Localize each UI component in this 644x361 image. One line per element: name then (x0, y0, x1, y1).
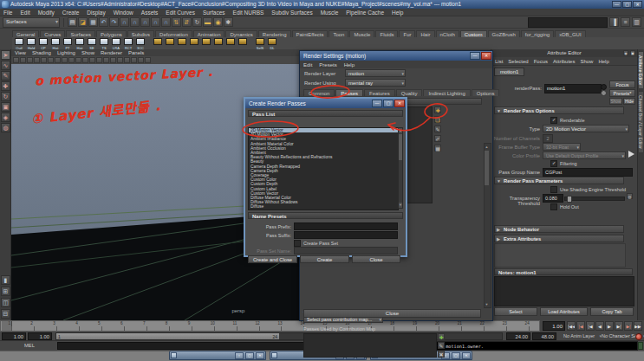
shelf-button[interactable] (237, 38, 248, 49)
texture-map-icon[interactable]: ▧ (627, 193, 633, 199)
time-tick[interactable]: 7 (146, 321, 147, 331)
viewport-toolbar-icon[interactable] (138, 57, 144, 63)
time-tick[interactable]: 18 (394, 321, 394, 331)
shelf-button[interactable]: Hist (75, 38, 85, 49)
focus-button[interactable]: Focus (609, 81, 635, 88)
popout-panel-icon[interactable]: ▣ (630, 50, 635, 55)
command-line-mode-label[interactable]: MEL (24, 343, 35, 348)
render-settings-menu-item[interactable]: Edit (303, 62, 312, 68)
render-settings-tab[interactable]: Options (472, 89, 500, 96)
edit-contribution-icon[interactable]: ✎ (438, 342, 445, 349)
playback-end-field[interactable]: 24.00 (506, 332, 530, 340)
shelf-button[interactable] (201, 38, 211, 49)
attribute-editor-menu-item[interactable]: Attributes (553, 59, 575, 64)
ipr-render-icon[interactable]: ◉ (213, 17, 223, 27)
undo-icon[interactable]: ↶ (99, 17, 108, 27)
select-button[interactable]: Select (494, 307, 537, 316)
time-tick[interactable]: 9 (192, 321, 192, 331)
viewport-toolbar-icon[interactable] (96, 57, 102, 63)
shelf-tab[interactable]: Rendering (258, 30, 291, 37)
anim-layer-dropdown[interactable]: No Anim Layer (562, 332, 602, 340)
shelf-button[interactable]: TS (99, 38, 109, 49)
load-attributes-button[interactable]: Load Attributes (540, 307, 588, 316)
playback-range-handle[interactable]: 1 24 (56, 333, 279, 339)
viewport-toolbar-icon[interactable] (13, 57, 19, 63)
notes-textarea[interactable] (494, 276, 634, 306)
hide-button[interactable]: Hide (623, 98, 635, 105)
maximize-button[interactable]: ▢ (622, 1, 632, 8)
time-tick[interactable]: 21 (461, 321, 462, 331)
minimized-maximize-button[interactable]: ▢ (245, 352, 254, 359)
snap-point-icon[interactable]: ∩ (140, 17, 150, 27)
minimized-restore-button[interactable]: ▫ (235, 352, 244, 359)
minimize-button[interactable]: — (612, 1, 621, 8)
menu-item[interactable]: Display (87, 10, 105, 16)
render-settings-minimize-button[interactable]: — (470, 52, 480, 60)
shelf-tab[interactable]: Fluids (375, 30, 398, 37)
window-titlebar[interactable]: Autodesk Maya 2013 x64: C:#Users#Adminis… (0, 0, 644, 9)
shelf-tab[interactable]: nCloth (436, 30, 459, 37)
auto-keyframe-toggle-icon[interactable] (635, 333, 642, 340)
shelf-tab[interactable]: Dynamics (225, 30, 257, 37)
shelf-button[interactable] (177, 38, 187, 49)
scale-tool[interactable]: ▣ (1, 102, 10, 112)
snap-grid-icon[interactable]: ∩ (120, 17, 129, 27)
time-tick[interactable]: 10 (214, 321, 215, 331)
shelf-button[interactable]: DL (267, 38, 277, 49)
renderpass-name-input[interactable]: motion1 (544, 84, 602, 93)
shelf-button[interactable]: PT (62, 38, 73, 49)
menu-item[interactable]: Window (114, 10, 133, 16)
render-settings-close-button[interactable]: ✕ (481, 52, 491, 60)
menu-item[interactable]: Subdiv Surfaces (271, 10, 312, 16)
shelf-tab[interactable]: xDB_GUI (555, 30, 585, 37)
pass-list-header[interactable]: Pass List (248, 110, 403, 117)
shelf-button[interactable]: CP (38, 38, 49, 49)
viewport-toolbar-icon[interactable] (145, 57, 151, 63)
time-tick[interactable]: 23 (506, 321, 507, 331)
snap-curve-icon[interactable]: ∩ (130, 17, 140, 27)
shelf-tab[interactable]: Surfaces (66, 30, 95, 37)
create-button[interactable]: Create (300, 255, 349, 263)
dialog-minimize-button[interactable]: — (372, 100, 382, 107)
copy-tab-button[interactable]: Copy Tab (590, 307, 634, 316)
menu-item[interactable]: Assets (141, 10, 159, 16)
save-scene-icon[interactable]: ▦ (88, 17, 98, 27)
outliner-persp-layout-button[interactable]: ⊟ (1, 309, 10, 319)
viewport-menu-item[interactable]: Show (81, 49, 94, 56)
dock-tab[interactable]: Channel Box / Layer Editor (638, 91, 644, 153)
soft-mod-tool[interactable]: ◍ (1, 123, 10, 132)
single-pane-layout-button[interactable]: ▮ (1, 275, 10, 285)
time-tick[interactable]: 20 (439, 321, 439, 331)
shelf-button[interactable] (153, 38, 163, 49)
shelf-button[interactable]: RCT (123, 38, 133, 49)
snap-center-icon[interactable]: ∩ (161, 17, 171, 27)
two-pane-layout-button[interactable]: ◫ (1, 298, 10, 307)
shelf-button[interactable] (189, 38, 199, 49)
pin-panel-icon[interactable]: ◉ (623, 50, 628, 55)
shelf-button[interactable]: Hold (26, 38, 36, 49)
viewport-toolbar-icon[interactable] (41, 57, 47, 63)
four-pane-layout-button[interactable]: ⊞ (1, 287, 10, 296)
associate-pass-icon[interactable]: ✎ (434, 126, 441, 132)
transparency-threshold-input[interactable]: 0.080 (543, 194, 563, 203)
minimized-close-button[interactable]: ✕ (462, 352, 471, 359)
dialog-close-button[interactable]: ✕ (394, 100, 405, 107)
shelf-button[interactable]: Outl (14, 38, 24, 49)
step-forward-frame-button[interactable]: ▶| (615, 321, 623, 331)
step-back-key-button[interactable]: |◀ (576, 321, 585, 331)
render-settings-menu-item[interactable]: Presets (319, 62, 336, 68)
scrollbar-thumb[interactable] (485, 151, 489, 185)
time-tick[interactable]: 19 (416, 321, 417, 331)
viewport-menu-item[interactable]: Shading (32, 49, 51, 56)
shelf-button[interactable]: LRA (111, 38, 121, 49)
create-pass-set-icon[interactable]: ❏ (434, 116, 441, 123)
shelf-tab[interactable]: Muscle (349, 30, 374, 37)
scroll-up-icon[interactable]: ▲ (399, 128, 402, 133)
type-dropdown[interactable]: 2D Motion Vector (543, 125, 629, 132)
attribute-editor-menu-item[interactable]: Focus (534, 59, 548, 64)
command-line-input[interactable] (57, 342, 327, 350)
viewport-menu-item[interactable]: Renderer (101, 49, 122, 56)
shelf-tab[interactable]: for_rigging (521, 30, 554, 37)
time-tick[interactable]: 6 (124, 321, 125, 331)
use-shading-engine-threshold-checkbox[interactable] (550, 186, 557, 193)
